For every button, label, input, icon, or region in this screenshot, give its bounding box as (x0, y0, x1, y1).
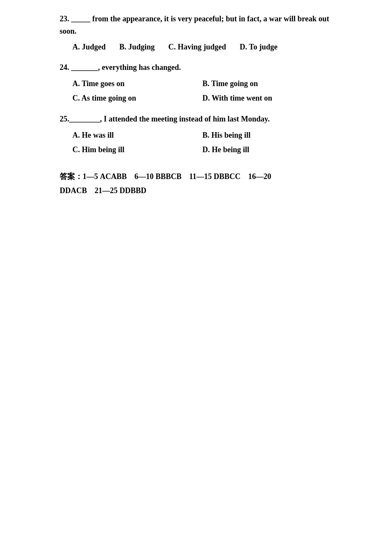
question-25-option-c: C. Him being ill (72, 142, 189, 157)
question-23-option-c: C. Having judged (168, 40, 226, 54)
question-23-options: A. Judged B. Judging C. Having judged D.… (60, 40, 332, 54)
question-23-text: 23. _____ from the appearance, it is ver… (60, 13, 332, 38)
answer-block: 答案：1—5 ACABB 6—10 BBBCB 11—15 DBBCC 16—2… (60, 170, 332, 197)
answer-line-2: DDACB 21—25 DDBBD (60, 184, 332, 197)
question-24-text: 24. _______, everything has changed. (60, 61, 332, 74)
question-23-option-d: D. To judge (240, 40, 278, 54)
answer-line-1: 答案：1—5 ACABB 6—10 BBBCB 11—15 DBBCC 16—2… (60, 170, 332, 183)
question-25-options: A. He was ill B. His being ill C. Him be… (60, 128, 332, 157)
question-24-option-a: A. Time goes on (72, 76, 189, 91)
question-25-option-a: A. He was ill (72, 128, 189, 142)
question-24-option-c: C. As time going on (72, 91, 189, 105)
question-24-option-b: B. Time going on (202, 76, 319, 91)
question-25-option-b: B. His being ill (202, 128, 319, 142)
question-25: 25.________, I attended the meeting inst… (60, 113, 332, 157)
question-23-option-a: A. Judged (72, 40, 106, 54)
question-24-options: A. Time goes on B. Time going on C. As t… (60, 76, 332, 105)
question-24-option-d: D. With time went on (202, 91, 319, 105)
question-24: 24. _______, everything has changed. A. … (60, 61, 332, 105)
question-25-option-d: D. He being ill (202, 142, 319, 157)
question-23-option-b: B. Judging (119, 40, 155, 54)
question-25-text: 25.________, I attended the meeting inst… (60, 113, 332, 125)
question-23: 23. _____ from the appearance, it is ver… (60, 13, 332, 54)
